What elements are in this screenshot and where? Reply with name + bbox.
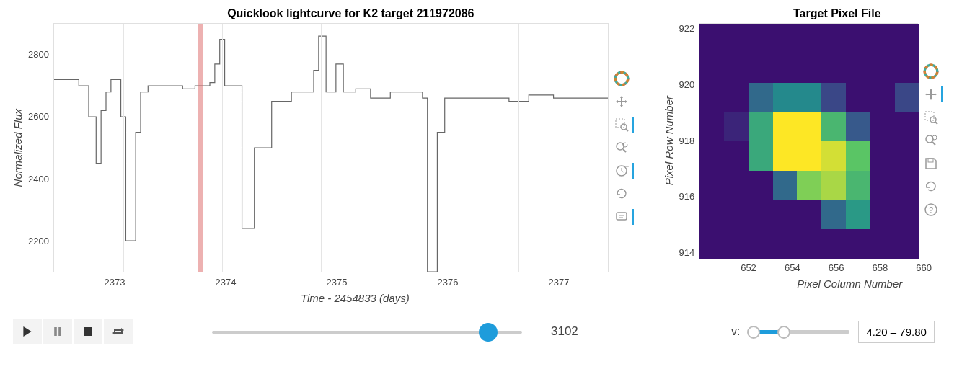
svg-point-6 [617,143,624,150]
stop-button[interactable] [74,319,102,344]
svg-rect-3 [616,119,624,128]
tool-wheel-zoom[interactable] [922,131,940,150]
svg-rect-26 [54,327,57,336]
tool-help[interactable]: ? [922,200,940,219]
targetpixel-xlabel: Pixel Column Number [727,273,973,290]
tool-bokeh [612,69,631,88]
svg-line-19 [935,122,937,124]
svg-line-7 [623,149,626,152]
targetpixel-ylabel: Pixel Row Number [658,96,679,185]
tool-hover[interactable] [612,208,631,226]
svg-point-20 [926,135,933,143]
tool-reset[interactable] [612,184,631,203]
playback-controls [13,319,133,344]
lightcurve-yaxis: 2800260024002200 [28,23,53,272]
lightcurve-title: Quicklook lightcurve for K2 target 21197… [50,7,651,20]
svg-rect-11 [617,213,627,220]
targetpixel-plot[interactable] [699,23,918,258]
lightcurve-toolbar: + [609,69,630,226]
time-marker [198,24,203,272]
lightcurve-xlabel: Time - 2454833 (days) [59,288,651,304]
lightcurve-plot[interactable] [53,23,609,272]
tool-reset[interactable] [922,177,940,196]
lightcurve-xaxis: 23732374237523762377 [59,272,614,288]
lightcurve-line [54,24,608,272]
svg-rect-28 [84,327,92,336]
tool-box-zoom[interactable] [922,108,940,127]
svg-line-21 [932,142,935,145]
frame-slider[interactable] [212,324,522,339]
svg-rect-17 [925,112,934,120]
targetpixel-title: Target Pixel File [702,7,973,20]
svg-text:?: ? [929,205,933,214]
tool-pan[interactable] [922,85,940,104]
vrange-value: 4.20 – 79.80 [858,321,934,343]
svg-text:+: + [625,164,629,171]
tool-wheel-zoom[interactable] [612,138,631,157]
svg-point-4 [621,124,627,130]
frame-value: 3102 [551,324,609,339]
vrange-slider[interactable] [749,324,849,339]
loop-button[interactable] [104,319,133,344]
tool-box-zoom[interactable] [612,115,631,134]
svg-point-18 [930,117,936,123]
tool-pan[interactable] [612,92,631,111]
lightcurve-ylabel: Normalized Flux [7,109,28,187]
tool-bokeh [922,62,940,81]
svg-rect-27 [58,327,61,336]
targetpixel-yaxis: 922920918916914 [679,23,699,258]
pause-button[interactable] [43,319,72,344]
tool-save[interactable] [922,154,940,173]
targetpixel-toolbar: ? [918,62,940,219]
targetpixel-xaxis: 652654656658660 [727,258,946,273]
vrange-label: v: [731,325,740,338]
play-button[interactable] [13,319,42,344]
svg-line-5 [626,129,628,131]
tool-lasso[interactable]: + [612,161,631,180]
